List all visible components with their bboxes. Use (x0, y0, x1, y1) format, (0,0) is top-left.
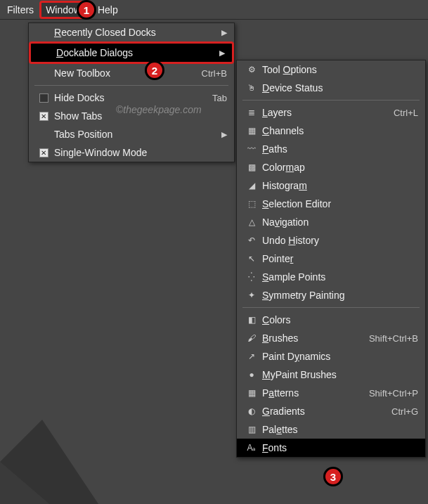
callout-1: 1 (77, 0, 96, 20)
device-status[interactable]: 🖱Device Status (237, 79, 425, 97)
selection-editor[interactable]: ⬚Selection Editor (237, 195, 425, 213)
paths-icon: 〰 (245, 144, 258, 154)
pointer[interactable]: ↖Pointer (237, 250, 425, 268)
gradients[interactable]: ◐GradientsCtrl+G (237, 402, 425, 420)
brushes[interactable]: 🖌BrushesShift+Ctrl+B (237, 329, 425, 347)
channels-icon: ▦ (245, 126, 258, 136)
dockable-dialogs[interactable]: Dockable Dialogs▶ (29, 41, 234, 64)
callout-3: 3 (323, 467, 343, 486)
fonts-icon: Aₐ (245, 443, 258, 453)
dynamics-icon: ↗ (245, 351, 258, 361)
paint-dynamics[interactable]: ↗Paint Dynamics (237, 347, 425, 366)
fonts[interactable]: AₐFonts (237, 439, 425, 457)
checkbox-checked-icon: ✕ (39, 112, 48, 121)
dockable-dialogs-submenu: ⚙Tool Options 🖱Device Status ≣LayersCtrl… (236, 60, 426, 458)
watermark: ©thegeekpage.com (116, 104, 202, 115)
navigation-icon: △ (245, 217, 258, 227)
palettes[interactable]: ▥Palettes (237, 420, 425, 439)
channels[interactable]: ▦Channels (237, 122, 425, 140)
brushes-icon: 🖌 (245, 333, 258, 343)
separator (242, 100, 420, 101)
menu-help[interactable]: Help (92, 1, 124, 18)
histogram-icon: ◢ (245, 181, 258, 190)
selection-icon: ⬚ (245, 199, 258, 209)
paths[interactable]: 〰Paths (237, 140, 425, 158)
mypaint-brushes[interactable]: ●MyPaint Brushes (237, 366, 425, 384)
checkbox-icon (39, 93, 48, 103)
symmetry-icon: ✦ (245, 290, 258, 300)
separator (242, 307, 420, 308)
navigation[interactable]: △Navigation (237, 213, 425, 231)
menu-filters[interactable]: Filters (1, 1, 39, 18)
single-window-mode[interactable]: ✕Single-Window Mode (29, 143, 234, 162)
sample-points[interactable]: ⁛Sample Points (237, 268, 425, 286)
new-toolbox[interactable]: New ToolboxCtrl+B (29, 64, 234, 82)
callout-2: 2 (145, 60, 164, 80)
colors[interactable]: ◧Colors (237, 311, 425, 329)
separator (34, 85, 228, 86)
palettes-icon: ▥ (245, 425, 258, 434)
tabs-position[interactable]: Tabs Position▶ (29, 125, 234, 143)
histogram[interactable]: ◢Histogram (237, 176, 425, 195)
gradients-icon: ◐ (245, 406, 258, 416)
undo-history[interactable]: ↶Undo History (237, 231, 425, 250)
tool-options-icon: ⚙ (245, 65, 258, 75)
tool-options[interactable]: ⚙Tool Options (237, 60, 425, 79)
patterns-icon: ▦ (245, 388, 258, 398)
device-icon: 🖱 (245, 83, 258, 93)
menubar: Filters Windows Help (0, 0, 428, 20)
sample-points-icon: ⁛ (245, 272, 258, 282)
pointer-icon: ↖ (245, 254, 258, 264)
windows-menu: Recently Closed Docks▶ Dockable Dialogs▶… (28, 22, 235, 162)
mypaint-icon: ● (245, 370, 258, 380)
undo-icon: ↶ (245, 235, 258, 245)
patterns[interactable]: ▦PatternsShift+Ctrl+P (237, 384, 425, 402)
recently-closed-docks[interactable]: Recently Closed Docks▶ (29, 23, 234, 41)
layers-icon: ≣ (245, 108, 258, 117)
colormap[interactable]: ▩Colormap (237, 158, 425, 176)
checkbox-checked-icon: ✕ (39, 148, 48, 157)
layers[interactable]: ≣LayersCtrl+L (237, 103, 425, 122)
symmetry-painting[interactable]: ✦Symmetry Painting (237, 286, 425, 304)
colormap-icon: ▩ (245, 162, 258, 172)
colors-icon: ◧ (245, 315, 258, 325)
